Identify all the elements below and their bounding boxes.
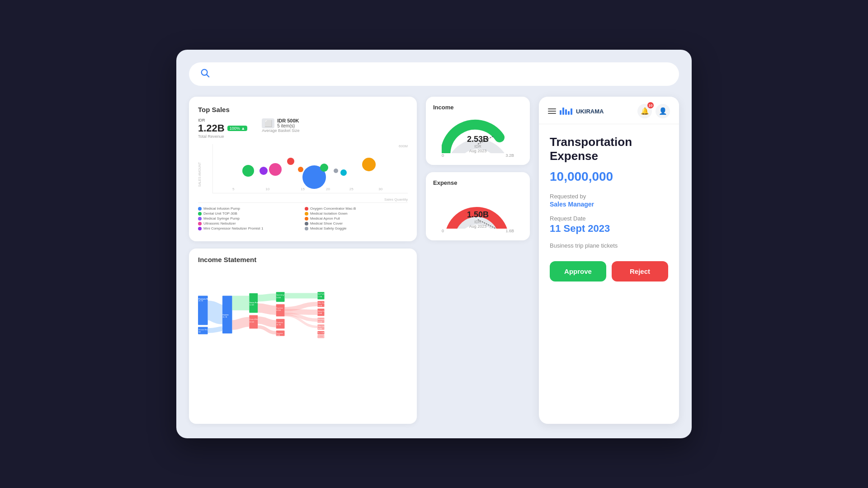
legend-dot-4 xyxy=(305,212,308,216)
expense-gauge-period: Aug 2023 xyxy=(467,224,489,229)
svg-text:264M: 264M xyxy=(318,328,322,330)
search-icon xyxy=(200,68,210,80)
y-max-label: 600M xyxy=(399,144,408,148)
bubble-1 xyxy=(242,165,254,177)
legend-dot-6 xyxy=(305,217,308,221)
description-text: Business trip plane tickets xyxy=(550,242,668,250)
x-label-25: 25 xyxy=(349,187,354,191)
legend-dot-3 xyxy=(198,212,202,216)
revenue-value: 1.22B xyxy=(198,122,225,134)
income-gauge-value: 2.53B xyxy=(467,135,489,144)
requested-by-label: Requested by xyxy=(550,193,668,200)
svg-text:19.1B: 19.1B xyxy=(250,321,254,323)
svg-text:Services: Services xyxy=(276,333,283,334)
x-label-20: 20 xyxy=(326,187,330,191)
legend-dot-7 xyxy=(198,222,202,225)
income-max: 3.2B xyxy=(505,153,514,158)
bar-2 xyxy=(562,108,564,115)
chart-area: 600M 5 10 xyxy=(212,144,408,193)
bar-3 xyxy=(565,109,567,115)
svg-text:5.36B: 5.36B xyxy=(318,313,322,314)
income-gauge-center: 2.53B IDR Aug 2023 xyxy=(467,135,489,153)
legend-item-10: Medical Safety Goggle xyxy=(305,226,408,230)
expense-title: TransportationExpense xyxy=(550,135,668,163)
svg-text:Others 46M: Others 46M xyxy=(318,336,326,338)
basket-icon: ⬜ xyxy=(262,118,274,128)
bubble-8 xyxy=(334,169,338,173)
svg-text:2.07B: 2.07B xyxy=(318,305,322,307)
top-sales-header: IDR 1.22B 100% ▲ Total Revenue ⬜ IDR 500… xyxy=(198,118,408,139)
svg-text:Other Utilities Expenses: Other Utilities Expenses xyxy=(318,326,335,328)
legend-item-8: Medical Shoe Cover xyxy=(305,221,408,225)
bubble-3 xyxy=(269,163,282,176)
income-gauge-title: Income xyxy=(433,104,454,111)
expense-gauge-currency: IDR xyxy=(467,220,489,224)
search-bar xyxy=(189,62,679,86)
expense-amount: 10,000,000 xyxy=(550,169,668,184)
legend-dot-9 xyxy=(198,227,202,230)
avg-basket-block: ⬜ IDR 500K 5 item(s) Average Basket Size xyxy=(262,118,299,139)
request-date-label: Request Date xyxy=(550,215,668,222)
income-gauge-currency: IDR xyxy=(467,144,489,149)
hamburger-menu[interactable] xyxy=(548,108,556,114)
user-avatar[interactable]: 👤 xyxy=(656,104,670,118)
legend-grid: Medical Infusion Pump Oxygen Concentrato… xyxy=(198,206,408,230)
svg-text:12.4B: 12.4B xyxy=(250,304,254,306)
legend-dot-10 xyxy=(305,227,308,230)
expense-panel: UKIRAMA 🔔 10 👤 TransportationExpense 10,… xyxy=(539,97,679,424)
legend-dot-8 xyxy=(305,222,308,225)
income-statement-card: Income Statement Products Revenue 26.7B … xyxy=(189,249,417,424)
expense-min: 0 xyxy=(442,229,444,233)
revenue-badge: 100% ▲ xyxy=(227,126,247,131)
search-input[interactable] xyxy=(215,70,668,78)
legend-item-3: Dental Unit TOP-30B xyxy=(198,211,301,216)
svg-text:Electricity Expenses: Electricity Expenses xyxy=(318,319,332,320)
svg-text:26.7B: 26.7B xyxy=(198,300,203,302)
x-label-5: 5 xyxy=(232,187,234,191)
request-date-value: 11 Sept 2023 xyxy=(550,223,668,235)
notification-button[interactable]: 🔔 10 xyxy=(637,104,652,118)
requested-by-value: Sales Manager xyxy=(550,201,668,208)
svg-text:Products: Products xyxy=(276,322,283,324)
svg-rect-23 xyxy=(276,319,285,329)
income-statement-title: Income Statement xyxy=(198,256,408,263)
svg-text:1.76B: 1.76B xyxy=(318,296,322,298)
bubble-9 xyxy=(340,169,347,176)
y-axis-title: SALES AMOUNT xyxy=(198,162,201,187)
expense-gauge-card: Expense 1.50B IDR Aug 2023 xyxy=(426,172,530,240)
top-sales-title: Top Sales xyxy=(198,106,408,113)
income-gauge-minmax: 0 3.2B xyxy=(442,153,514,158)
svg-text:3.02B: 3.02B xyxy=(318,321,322,323)
legend-dot-2 xyxy=(305,207,308,211)
avg-basket-prefix: IDR 500K xyxy=(277,118,299,123)
income-min: 0 xyxy=(442,153,444,158)
svg-text:15.7B: 15.7B xyxy=(276,324,281,326)
reject-button[interactable]: Reject xyxy=(612,261,668,282)
legend-item-2: Oxygen Concentrator Mac-B xyxy=(305,206,408,211)
legend-item-1: Medical Infusion Pump xyxy=(198,206,301,211)
avg-basket-label: Average Basket Size xyxy=(262,128,299,133)
bubble-7 xyxy=(320,164,328,172)
bubble-10 xyxy=(362,158,376,171)
legend-item-4: Medical Isolation Gown xyxy=(305,211,408,216)
bubble-6 xyxy=(298,167,303,172)
bubble-4 xyxy=(287,158,294,165)
bar-1 xyxy=(560,110,561,115)
approve-button[interactable]: Approve xyxy=(550,261,606,282)
bar-4 xyxy=(568,111,570,115)
income-gauge-period: Aug 2023 xyxy=(467,149,489,153)
x-label-30: 30 xyxy=(378,187,382,191)
expense-max: 1.6B xyxy=(505,229,514,233)
expense-gauge-title: Expense xyxy=(433,179,457,186)
revenue-currency: IDR xyxy=(198,118,247,122)
request-date-section: Request Date 11 Sept 2023 xyxy=(550,215,668,235)
svg-text:Other Expense: Other Expense xyxy=(318,302,328,304)
avg-basket-items: 5 item(s) xyxy=(277,123,299,128)
x-label-15: 15 xyxy=(301,187,305,191)
x-axis-title: Sales Quantity xyxy=(384,197,408,202)
panel-header: UKIRAMA 🔔 10 👤 xyxy=(539,97,679,124)
panel-body: TransportationExpense 10,000,000 Request… xyxy=(539,124,679,424)
brand-name: UKIRAMA xyxy=(576,108,604,115)
expense-gauge-value: 1.50B xyxy=(467,210,489,220)
svg-text:Products Revenue: Products Revenue xyxy=(198,298,213,300)
